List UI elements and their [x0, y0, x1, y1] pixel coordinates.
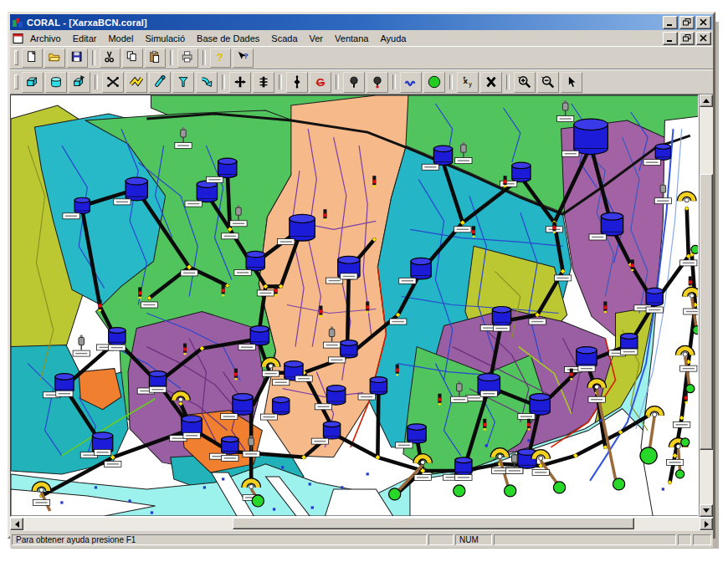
- tank-symbol[interactable]: [197, 181, 217, 202]
- restore-button[interactable]: [679, 16, 695, 29]
- sensor-symbol[interactable]: [79, 335, 84, 350]
- xy-button[interactable]: xy: [457, 72, 479, 93]
- scroll-up-button[interactable]: [700, 94, 713, 107]
- scroll-right-button[interactable]: [700, 518, 713, 530]
- save-button[interactable]: [67, 49, 88, 68]
- junction-button[interactable]: [229, 72, 251, 93]
- paste-button[interactable]: [145, 49, 166, 68]
- zoom-in-button[interactable]: [514, 72, 536, 93]
- probe-button[interactable]: [149, 72, 171, 93]
- child-restore-button[interactable]: [679, 32, 695, 45]
- tank-symbol[interactable]: [250, 326, 269, 345]
- tank-symbol[interactable]: [601, 212, 623, 236]
- cube-flag-button[interactable]: [69, 72, 90, 93]
- tank-symbol[interactable]: [74, 197, 90, 213]
- copy-button[interactable]: [122, 49, 143, 68]
- scroll-down-button[interactable]: [700, 504, 713, 517]
- well-symbol[interactable]: [681, 438, 690, 447]
- valve-symbol[interactable]: [438, 394, 441, 406]
- pointer-button[interactable]: [561, 72, 582, 93]
- tank-symbol[interactable]: [222, 437, 238, 454]
- pipe-yellow-button[interactable]: [126, 72, 147, 93]
- tank-symbol[interactable]: [149, 371, 166, 389]
- well-symbol[interactable]: [505, 485, 516, 497]
- tank-symbol[interactable]: [455, 457, 472, 475]
- tank-symbol[interactable]: [370, 377, 387, 395]
- valve-symbol[interactable]: [684, 392, 688, 404]
- valve-diamond-button[interactable]: [286, 72, 308, 93]
- tank-symbol[interactable]: [433, 146, 452, 165]
- valve-symbol[interactable]: [183, 344, 187, 355]
- tank-symbol[interactable]: [218, 158, 237, 177]
- child-close-button[interactable]: [696, 32, 711, 45]
- vertical-scroll-track[interactable]: [700, 107, 713, 504]
- menu-simulació[interactable]: Simulació: [139, 32, 191, 45]
- tank-symbol[interactable]: [646, 288, 663, 305]
- menu-ver[interactable]: Ver: [304, 32, 330, 45]
- valve-symbol[interactable]: [504, 176, 507, 187]
- menu-archivo[interactable]: Archivo: [24, 32, 67, 45]
- toolbar-grip[interactable]: [14, 74, 18, 89]
- tank-symbol[interactable]: [492, 307, 510, 326]
- tank-symbol[interactable]: [411, 258, 431, 278]
- menu-editar[interactable]: Editar: [67, 32, 103, 45]
- valve-symbol[interactable]: [552, 222, 556, 233]
- network-map-canvas[interactable]: [11, 95, 699, 516]
- menu-scada[interactable]: Scada: [265, 32, 303, 45]
- arrow-curve-button[interactable]: [196, 72, 218, 93]
- well-symbol[interactable]: [676, 470, 684, 478]
- valve-symbol[interactable]: [472, 226, 475, 238]
- tank-symbol[interactable]: [655, 144, 670, 160]
- tank-symbol[interactable]: [246, 251, 264, 270]
- menu-base-de-dades[interactable]: Base de Dades: [191, 32, 265, 45]
- well-symbol[interactable]: [640, 447, 657, 464]
- well-symbol[interactable]: [613, 478, 624, 490]
- close-button[interactable]: [696, 16, 711, 29]
- valve-symbol[interactable]: [603, 301, 607, 313]
- cube-button[interactable]: [22, 72, 44, 93]
- new-button[interactable]: [22, 49, 43, 68]
- pipe[interactable]: [687, 208, 689, 256]
- junction-ticks-button[interactable]: [253, 72, 274, 93]
- tank-symbol[interactable]: [109, 328, 126, 345]
- g-red-button[interactable]: G: [310, 72, 331, 93]
- toolbar-grip[interactable]: [14, 50, 18, 65]
- horizontal-scroll-thumb[interactable]: [233, 518, 634, 529]
- tank-symbol[interactable]: [530, 394, 550, 415]
- well-symbol[interactable]: [686, 385, 695, 393]
- x-black-button[interactable]: [480, 72, 502, 93]
- tank-symbol[interactable]: [290, 214, 315, 241]
- horizontal-scrollbar[interactable]: [10, 517, 713, 531]
- tank-symbol[interactable]: [574, 119, 608, 154]
- tank-symbol[interactable]: [621, 334, 638, 351]
- pipe[interactable]: [228, 171, 230, 229]
- valve-symbol[interactable]: [222, 284, 225, 296]
- help-pointer-button[interactable]: ?: [233, 49, 254, 68]
- tank-symbol[interactable]: [273, 397, 290, 415]
- tank-symbol[interactable]: [126, 177, 147, 201]
- tank-symbol[interactable]: [323, 421, 340, 439]
- cylinder-button[interactable]: [45, 72, 67, 93]
- well-symbol[interactable]: [389, 488, 401, 500]
- vertical-scrollbar[interactable]: [699, 94, 713, 517]
- well-symbol[interactable]: [252, 495, 264, 507]
- tank-symbol[interactable]: [341, 340, 357, 358]
- well-symbol[interactable]: [454, 485, 465, 497]
- well-symbol[interactable]: [553, 482, 565, 493]
- tank-symbol[interactable]: [55, 374, 74, 393]
- valve-symbol[interactable]: [527, 419, 531, 431]
- zoom-out-button[interactable]: [537, 72, 559, 93]
- valve-symbol[interactable]: [631, 259, 634, 271]
- print-button[interactable]: [177, 49, 198, 68]
- scroll-left-button[interactable]: [10, 518, 23, 530]
- tank-symbol[interactable]: [512, 162, 531, 181]
- tank-symbol[interactable]: [577, 347, 597, 368]
- menu-ventana[interactable]: Ventana: [329, 32, 374, 45]
- valve-symbol[interactable]: [138, 287, 141, 299]
- horizontal-scroll-track[interactable]: [23, 518, 700, 531]
- tank-symbol[interactable]: [233, 394, 253, 415]
- vertical-scroll-thumb[interactable]: [700, 174, 713, 450]
- help-button[interactable]: ?: [210, 49, 231, 68]
- tank-symbol[interactable]: [326, 386, 345, 405]
- x-node-button[interactable]: [102, 72, 124, 93]
